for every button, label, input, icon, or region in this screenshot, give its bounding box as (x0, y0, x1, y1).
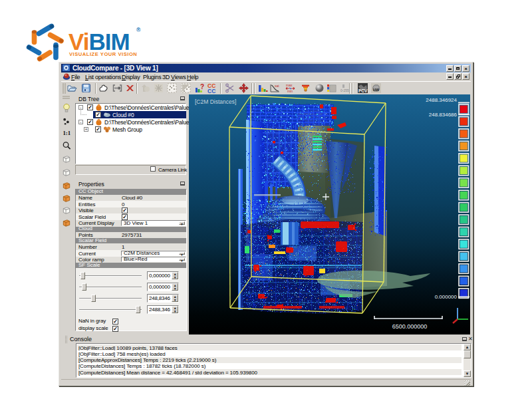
svg-text:0.000000: 0.000000 (435, 294, 458, 300)
svg-text:sat: sat (275, 84, 279, 88)
svg-text:248.834686: 248.834686 (429, 112, 458, 118)
svg-text:VISUALIZE YOUR VISION: VISUALIZE YOUR VISION (69, 51, 137, 57)
svg-text:?: ? (200, 83, 204, 90)
svg-text:0-255: 0-255 (340, 88, 349, 92)
svg-text:min: min (287, 89, 293, 93)
svg-text:[C2M Distances]: [C2M Distances] (195, 98, 236, 105)
svg-text:HW: HW (373, 88, 380, 92)
svg-text:®: ® (136, 27, 141, 33)
svg-text:max: max (286, 83, 293, 87)
svg-text:2488.346924: 2488.346924 (426, 97, 457, 103)
svg-text:CC: CC (207, 88, 215, 94)
svg-text:6500.000000: 6500.000000 (392, 323, 428, 330)
svg-text:PCV: PCV (358, 88, 368, 93)
svg-text:1:1: 1:1 (63, 130, 70, 136)
